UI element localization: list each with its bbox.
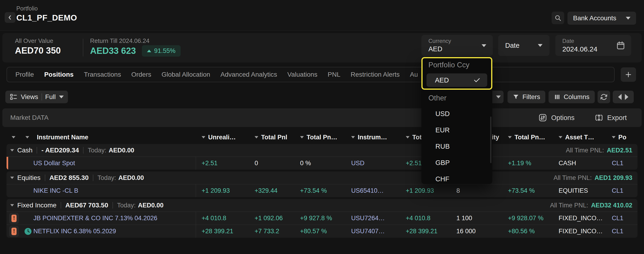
group-cash: Cash - AED209.34 Today: AED0.00 All Time…	[6, 144, 638, 170]
sort-caret-icon	[202, 136, 205, 138]
table-row[interactable]: US Dollar Spot +2.51 0 0 % USD +2.51 +1.…	[6, 157, 638, 170]
tab-global-allocation[interactable]: Global Allocation	[162, 71, 210, 78]
currency-select-value: AED	[428, 45, 442, 53]
cell-instr-pnl: +4 010.8	[400, 215, 450, 222]
cell-total-pnl: +7 733.2	[249, 228, 294, 235]
ccy-option-eur[interactable]: EUR	[422, 122, 492, 138]
tab-audit[interactable]: Au	[410, 71, 418, 78]
plus-icon	[625, 71, 632, 78]
export-button[interactable]: Export	[594, 113, 627, 122]
header-unrealized[interactable]: Unreali…	[196, 134, 249, 141]
header-instrument-id[interactable]: Instrum…	[345, 134, 400, 141]
instrument-link[interactable]: NIKE INC -CL B	[33, 187, 196, 194]
sort-caret-icon	[26, 136, 29, 138]
instrument-link[interactable]: NETFLIX INC 6.38% 05.2029	[33, 228, 196, 235]
group-equities: Equities AED2 855.30 Today: AED0.00 All …	[6, 172, 638, 197]
cell-quantity: 16 000	[450, 228, 502, 235]
tab-transactions[interactable]: Transactions	[84, 71, 121, 78]
views-label: Views	[21, 93, 38, 101]
filters-button[interactable]: Filters	[508, 91, 545, 103]
refresh-icon	[600, 93, 608, 101]
collapse-caret-icon	[10, 149, 14, 151]
all-time-pnl: All Time PNL: AED2.51	[566, 147, 632, 154]
table-row[interactable]: ! JB POINDEXTER & CO INC 7.13% 04.2026 +…	[6, 212, 638, 225]
header-icons[interactable]	[24, 136, 33, 138]
bank-accounts-dropdown[interactable]: Bank Accounts	[568, 12, 636, 25]
cell-unrealized: +1 209.93	[196, 187, 249, 194]
header-total-pnl-pct[interactable]: Total Pn…	[294, 134, 345, 141]
sort-caret-icon	[508, 136, 512, 138]
scrollbar-thumb[interactable]	[490, 117, 492, 163]
all-time-pnl: All Time PNL: AED32 410.02	[550, 202, 632, 209]
options-button[interactable]: Options	[538, 113, 574, 122]
arrow-up-icon	[147, 50, 151, 52]
cell-total-pnl-pct: +9 927.8 %	[294, 215, 345, 222]
instrument-link[interactable]: US Dollar Spot	[33, 160, 196, 167]
columns-button[interactable]: Columns	[548, 91, 595, 103]
chevron-down-icon	[482, 44, 486, 47]
ccy-option-usd[interactable]: USD	[422, 106, 492, 122]
alert-badge-icon: !	[9, 213, 19, 224]
other-section-label: Other	[428, 94, 446, 102]
header-portfolio[interactable]: Po	[606, 134, 638, 141]
tab-pnl[interactable]: PNL	[328, 71, 340, 78]
date-field-value: 2024.06.24	[562, 45, 597, 53]
date-field[interactable]: Date 2024.06.24	[555, 35, 631, 56]
views-mode-value: Full	[45, 93, 56, 101]
views-button[interactable]: Views Full	[5, 91, 68, 103]
all-time-pnl: All Time PNL: AED1 209.93	[554, 174, 632, 182]
table-row[interactable]: ! NETFLIX INC 6.38% 05.2029 +28 399.21 +…	[6, 225, 638, 238]
header-instrument-name[interactable]: Instrument Name	[33, 134, 196, 141]
header-total-pnl[interactable]: Total Pnl	[249, 134, 294, 141]
date-mode-select[interactable]: Date	[498, 35, 550, 56]
ccy-option-gbp[interactable]: GBP	[422, 155, 492, 171]
page-title: CL1_PF_DEMO	[16, 13, 77, 22]
sort-caret-icon	[12, 136, 16, 138]
cell-instrument-id: USD	[345, 160, 400, 167]
sort-caret-icon	[351, 136, 355, 138]
instrument-link[interactable]: JB POINDEXTER & CO INC 7.13% 04.2026	[33, 215, 196, 222]
sort-caret-icon	[558, 136, 562, 138]
cell-asset-type: FIXED_INCO…	[553, 228, 606, 235]
bank-accounts-label: Bank Accounts	[573, 14, 616, 22]
tab-valuations[interactable]: Valuations	[288, 71, 318, 78]
table-header-row: Instrument Name Unreali… Total Pnl Total…	[6, 130, 638, 144]
clock-icon	[24, 228, 32, 235]
ccy-option-rub[interactable]: RUB	[422, 138, 492, 155]
group-header-row[interactable]: Equities AED2 855.30 Today: AED0.00 All …	[6, 172, 638, 184]
group-header-row[interactable]: Fixed Income AED67 703.50 Today: AED0.00…	[6, 199, 638, 212]
refresh-button[interactable]	[598, 91, 610, 103]
partially-hidden-dropdown-button[interactable]	[492, 91, 504, 103]
tab-bar: Profile Positions Transactions Orders Gl…	[6, 67, 614, 82]
prev-next-pager[interactable]	[613, 91, 634, 103]
return-label: Return Till 2024.06.24	[90, 37, 149, 44]
group-header-row[interactable]: Cash - AED209.34 Today: AED0.00 All Time…	[6, 144, 638, 157]
search-button[interactable]	[552, 12, 564, 24]
currency-select-label: Currency	[428, 38, 451, 44]
currency-select[interactable]: Currency AED	[422, 35, 493, 56]
header-total-pnl-pct-2[interactable]: Total Pn…	[502, 134, 553, 141]
add-tab-button[interactable]	[621, 67, 636, 82]
cell-portfolio: CL1	[606, 187, 638, 194]
ccy-option-chf[interactable]: CHF	[422, 171, 492, 187]
tab-orders[interactable]: Orders	[131, 71, 152, 78]
cell-total-pnl-pct-2: +80.56 %	[502, 228, 553, 235]
top-bar: Portfolio CL1_PF_DEMO Bank Accounts	[0, 0, 644, 31]
row-stripe	[6, 157, 8, 170]
tab-advanced-analytics[interactable]: Advanced Analytics	[220, 71, 277, 78]
options-sliders-icon	[538, 113, 548, 122]
tab-restriction-alerts[interactable]: Restriction Alerts	[351, 71, 400, 78]
cell-asset-type: CASH	[553, 160, 606, 167]
date-mode-label: Date	[505, 42, 520, 49]
back-button[interactable]	[5, 12, 16, 23]
sort-caret-icon	[254, 136, 258, 138]
ccy-option-aed-selected[interactable]: AED	[426, 73, 487, 87]
tab-positions[interactable]: Positions	[44, 71, 74, 78]
header-asset-type[interactable]: Asset T…	[553, 134, 606, 141]
table-row[interactable]: NIKE INC -CL B +1 209.93 +329.44 +73.54 …	[6, 184, 638, 197]
tab-profile[interactable]: Profile	[16, 71, 34, 78]
header-expand[interactable]	[6, 136, 24, 138]
collapse-caret-icon	[10, 177, 14, 179]
all-over-value: AED70 350	[15, 46, 61, 56]
cell-total-pnl: 0	[249, 160, 294, 167]
